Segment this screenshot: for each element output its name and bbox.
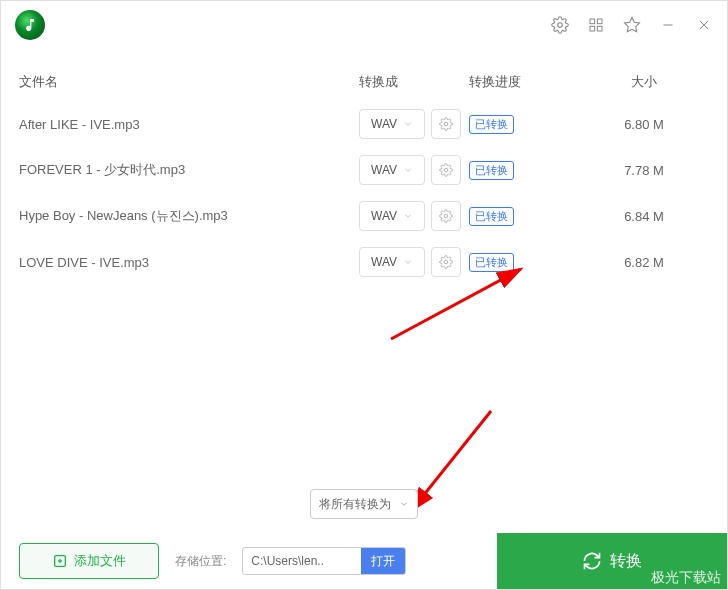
row-settings-button[interactable] xyxy=(431,201,461,231)
file-size: 6.84 M xyxy=(579,209,709,224)
file-size: 7.78 M xyxy=(579,163,709,178)
header-size: 大小 xyxy=(579,73,709,91)
table-row: FOREVER 1 - 少女时代.mp3 WAV 已转换 7.78 M xyxy=(19,147,709,193)
path-input[interactable] xyxy=(243,554,361,568)
format-value: WAV xyxy=(371,163,397,177)
file-list: After LIKE - IVE.mp3 WAV 已转换 6.80 M FORE… xyxy=(1,101,727,285)
svg-point-9 xyxy=(444,122,448,126)
settings-icon[interactable] xyxy=(551,16,569,34)
convert-button[interactable]: 转换 极光下载站 xyxy=(497,533,727,589)
svg-point-10 xyxy=(444,168,448,172)
row-settings-button[interactable] xyxy=(431,247,461,277)
add-file-button[interactable]: 添加文件 xyxy=(19,543,159,579)
file-name: Hype Boy - NewJeans (뉴진스).mp3 xyxy=(19,207,359,225)
format-select[interactable]: WAV xyxy=(359,155,425,185)
status-badge: 已转换 xyxy=(469,115,514,134)
file-size: 6.80 M xyxy=(579,117,709,132)
file-name: LOVE DIVE - IVE.mp3 xyxy=(19,255,359,270)
svg-point-11 xyxy=(444,214,448,218)
format-value: WAV xyxy=(371,255,397,269)
format-select[interactable]: WAV xyxy=(359,109,425,139)
add-file-label: 添加文件 xyxy=(74,552,126,570)
footer: 添加文件 存储位置: 打开 转换 极光下载站 xyxy=(1,533,727,589)
status-badge: 已转换 xyxy=(469,161,514,180)
status-badge: 已转换 xyxy=(469,253,514,272)
open-button[interactable]: 打开 xyxy=(361,547,405,575)
svg-rect-4 xyxy=(597,26,602,31)
table-row: Hype Boy - NewJeans (뉴진스).mp3 WAV 已转换 6.… xyxy=(19,193,709,239)
minimize-icon[interactable] xyxy=(659,16,677,34)
chevron-down-icon xyxy=(403,165,413,175)
svg-point-0 xyxy=(558,23,563,28)
convert-all-row: 将所有转换为 xyxy=(1,479,727,533)
format-select[interactable]: WAV xyxy=(359,247,425,277)
gear-icon xyxy=(439,117,453,131)
convert-label: 转换 xyxy=(610,551,642,572)
gear-icon xyxy=(439,209,453,223)
chevron-down-icon xyxy=(403,119,413,129)
svg-rect-3 xyxy=(590,26,595,31)
format-value: WAV xyxy=(371,209,397,223)
close-icon[interactable] xyxy=(695,16,713,34)
table-header: 文件名 转换成 转换进度 大小 xyxy=(1,49,727,101)
format-value: WAV xyxy=(371,117,397,131)
svg-rect-2 xyxy=(597,19,602,24)
grid-icon[interactable] xyxy=(587,16,605,34)
header-format: 转换成 xyxy=(359,73,469,91)
plus-file-icon xyxy=(52,553,68,569)
status-badge: 已转换 xyxy=(469,207,514,226)
row-settings-button[interactable] xyxy=(431,155,461,185)
file-name: FOREVER 1 - 少女时代.mp3 xyxy=(19,161,359,179)
chevron-down-icon xyxy=(403,257,413,267)
convert-all-label: 将所有转换为 xyxy=(319,496,391,513)
file-size: 6.82 M xyxy=(579,255,709,270)
watermark: 极光下载站 xyxy=(651,569,721,587)
svg-point-12 xyxy=(444,260,448,264)
header-progress: 转换进度 xyxy=(469,73,579,91)
app-logo xyxy=(15,10,45,40)
row-settings-button[interactable] xyxy=(431,109,461,139)
table-row: LOVE DIVE - IVE.mp3 WAV 已转换 6.82 M xyxy=(19,239,709,285)
window-controls xyxy=(551,16,713,34)
header-name: 文件名 xyxy=(19,73,359,91)
chevron-down-icon xyxy=(399,499,409,509)
titlebar xyxy=(1,1,727,49)
chevron-down-icon xyxy=(403,211,413,221)
table-row: After LIKE - IVE.mp3 WAV 已转换 6.80 M xyxy=(19,101,709,147)
star-icon[interactable] xyxy=(623,16,641,34)
svg-marker-5 xyxy=(625,18,640,32)
file-name: After LIKE - IVE.mp3 xyxy=(19,117,359,132)
format-select[interactable]: WAV xyxy=(359,201,425,231)
gear-icon xyxy=(439,255,453,269)
bottom-area: 将所有转换为 添加文件 存储位置: 打开 转换 极光下载站 xyxy=(1,479,727,589)
path-group: 打开 xyxy=(242,547,406,575)
refresh-icon xyxy=(582,551,602,571)
gear-icon xyxy=(439,163,453,177)
convert-all-select[interactable]: 将所有转换为 xyxy=(310,489,418,519)
svg-rect-1 xyxy=(590,19,595,24)
storage-label: 存储位置: xyxy=(175,553,226,570)
